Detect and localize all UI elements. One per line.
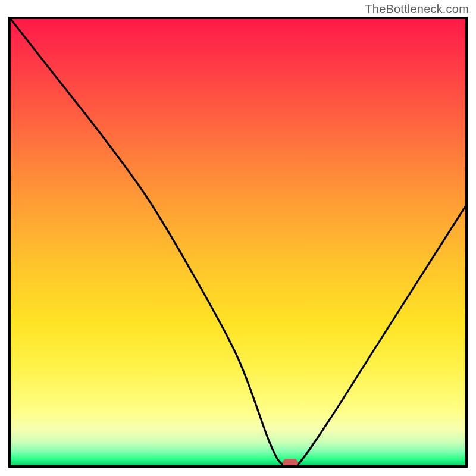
watermark-text: TheBottleneck.com	[365, 2, 469, 16]
chart-container: TheBottleneck.com	[0, 0, 476, 476]
plot-frame	[8, 17, 468, 468]
optimal-marker	[283, 459, 298, 467]
bottleneck-curve	[11, 19, 465, 465]
